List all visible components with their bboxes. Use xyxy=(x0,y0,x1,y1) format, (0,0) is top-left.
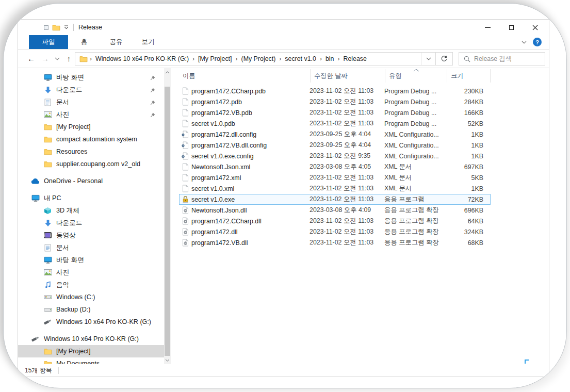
file-row[interactable]: secret v1.0.exe.config2023-11-02 오전 9:35… xyxy=(179,151,491,161)
sidebar-scrollbar[interactable] xyxy=(164,68,171,364)
search-input[interactable] xyxy=(474,55,545,62)
lock-icon xyxy=(179,195,191,203)
file-row[interactable]: program1472.VB.pdb2023-11-02 오전 11:03Pro… xyxy=(179,107,491,118)
download-icon xyxy=(43,86,53,94)
file-date: 2023-03-08 오후 4:09 xyxy=(310,206,384,215)
column-header[interactable]: 수정한 날짜 xyxy=(311,69,385,83)
sidebar-item[interactable]: 사진 xyxy=(18,266,164,279)
recent-locations-icon[interactable] xyxy=(52,57,62,60)
file-row[interactable]: program1472.CCharp.dll2023-11-02 오전 11:0… xyxy=(179,216,491,226)
minimize-button[interactable] xyxy=(476,20,499,35)
help-button[interactable]: ? xyxy=(533,38,542,46)
maximize-icon xyxy=(509,25,514,30)
sidebar-item[interactable]: supplier.coupang.com v2_old xyxy=(18,158,164,170)
file-date: 2023-11-02 오전 11:03 xyxy=(310,184,384,193)
file-row[interactable]: program1472.dll2023-11-02 오전 11:03응용 프로그… xyxy=(179,226,491,237)
file-row[interactable]: program1472.xml2023-11-02 오전 11:03XML 문서… xyxy=(179,172,491,183)
sidebar-item[interactable]: Windows 10 x64 Pro KO-KR (G:) xyxy=(18,316,164,328)
music-icon xyxy=(43,281,53,288)
column-header[interactable]: 유형 xyxy=(385,69,447,83)
scrollbar-thumb[interactable] xyxy=(165,87,170,356)
file-row[interactable]: Newtonsoft.Json.xml2023-03-08 오후 4:05XML… xyxy=(179,161,491,172)
address-dropdown-icon[interactable] xyxy=(421,53,435,65)
sort-ascending-icon xyxy=(413,69,419,72)
file-row[interactable]: program1472.CCharp.pdb2023-11-02 오전 11:0… xyxy=(179,86,491,96)
search-box[interactable] xyxy=(459,52,545,66)
up-button[interactable]: ↑ xyxy=(62,54,76,63)
file-row[interactable]: program1472.VB.dll2023-11-02 오전 11:03응용 … xyxy=(179,237,491,248)
cloud-icon xyxy=(30,178,40,184)
sidebar-item[interactable]: 3D 개체 xyxy=(18,204,164,217)
file-name: program1472.dll xyxy=(191,228,310,236)
scroll-up-icon[interactable] xyxy=(164,69,171,76)
sidebar-item[interactable]: 음악 xyxy=(18,279,164,291)
config-icon xyxy=(179,130,191,138)
quick-access-dropdown-icon[interactable] xyxy=(64,25,69,29)
sidebar-item[interactable]: OneDrive - Personal xyxy=(18,175,164,187)
item-count: 15개 항목 xyxy=(25,366,52,375)
forward-button[interactable]: → xyxy=(38,54,52,63)
maximize-button[interactable] xyxy=(499,20,523,35)
file-row[interactable]: program1472.VB.dll.config2023-09-25 오후 4… xyxy=(179,140,491,151)
usb-icon xyxy=(43,319,53,325)
sidebar-item[interactable]: Resources xyxy=(18,145,164,158)
explorer-window: Release 파일 홈 공유 보기 ? ← → ↑ xyxy=(18,19,549,377)
sidebar-item[interactable]: compact automation system xyxy=(18,133,164,145)
sidebar-item-label: 다운로드 xyxy=(56,219,82,227)
file-row[interactable]: program1472.pdb2023-11-02 오전 11:03Progra… xyxy=(179,96,491,107)
breadcrumb-item[interactable]: Windows 10 x64 Pro KO-KR (G:) xyxy=(94,55,190,62)
sidebar-item[interactable]: 바탕 화면 xyxy=(18,254,164,266)
breadcrumb-item[interactable]: (My Project) xyxy=(240,55,278,62)
breadcrumb-item[interactable]: Release xyxy=(341,55,368,62)
file-type: XML Configuratio... xyxy=(384,131,446,138)
sidebar-item[interactable]: [My Project] xyxy=(18,345,164,357)
file-row[interactable]: secret v1.0.xml2023-11-02 오전 11:03XML 문서… xyxy=(179,183,491,194)
sidebar-item-label: 동영상 xyxy=(56,231,76,240)
sidebar-item[interactable]: 동영상 xyxy=(18,229,164,241)
tab-view[interactable]: 보기 xyxy=(132,35,164,49)
breadcrumb-item[interactable]: bin xyxy=(324,55,336,62)
sidebar-item-label: OneDrive - Personal xyxy=(44,177,103,185)
pin-icon xyxy=(148,75,158,80)
sidebar-item[interactable]: Windows (C:) xyxy=(18,291,164,303)
file-size: 1KB xyxy=(446,142,490,149)
tab-file[interactable]: 파일 xyxy=(29,35,68,49)
breadcrumb-item[interactable]: [My Project] xyxy=(197,55,233,62)
file-type: Program Debug ... xyxy=(384,99,446,106)
sidebar-item[interactable]: 문서 xyxy=(18,96,164,108)
refresh-button[interactable] xyxy=(435,52,453,66)
tab-share[interactable]: 공유 xyxy=(100,35,132,49)
sidebar-item[interactable]: 다운로드 xyxy=(18,84,164,96)
video-icon xyxy=(43,232,53,238)
address-box[interactable]: ›Windows 10 x64 Pro KO-KR (G:)›[My Proje… xyxy=(75,52,436,66)
scroll-down-icon[interactable] xyxy=(164,356,171,364)
sidebar-item[interactable]: 문서 xyxy=(18,241,164,254)
file-row[interactable]: secret v1.0.exe2023-11-02 오전 11:03응용 프로그… xyxy=(179,194,491,205)
sidebar-item[interactable]: Windows 10 x64 Pro KO-KR (G:) xyxy=(18,333,164,345)
file-row[interactable]: Newtonsoft.Json.dll2023-03-08 오후 4:09응용 … xyxy=(179,205,491,216)
sidebar-item-label: 사진 xyxy=(56,110,69,119)
file-icon xyxy=(179,174,191,182)
sidebar-item[interactable]: 바탕 화면 xyxy=(18,71,164,84)
sidebar-item[interactable]: 사진 xyxy=(18,108,164,121)
column-header[interactable]: 크기 xyxy=(447,69,491,83)
sidebar-item[interactable]: [My Project] xyxy=(18,121,164,133)
file-row[interactable]: secret v1.0.pdb2023-11-02 오전 11:03Progra… xyxy=(179,118,491,129)
sidebar-item[interactable]: My Documents xyxy=(18,357,164,364)
sidebar-item[interactable]: 다운로드 xyxy=(18,217,164,229)
file-size: 166KB xyxy=(446,109,490,117)
column-header[interactable]: 이름 xyxy=(179,69,311,83)
tab-home[interactable]: 홈 xyxy=(68,35,100,49)
sidebar-item[interactable]: Backup (D:) xyxy=(18,303,164,316)
sidebar-item[interactable]: 내 PC xyxy=(18,192,164,204)
back-button[interactable]: ← xyxy=(24,54,38,63)
file-type: XML 문서 xyxy=(384,162,446,171)
sidebar-item-label: supplier.coupang.com v2_old xyxy=(56,160,140,168)
ribbon-collapse-icon[interactable] xyxy=(522,41,527,44)
sidebar-item-label: 문서 xyxy=(56,98,69,107)
breadcrumb-item[interactable]: secret v1.0 xyxy=(283,55,318,62)
file-row[interactable]: program1472.dll.config2023-09-25 오후 4:04… xyxy=(179,129,491,140)
desktop-icon xyxy=(43,256,53,264)
folder-icon xyxy=(79,55,88,62)
close-button[interactable] xyxy=(523,20,547,35)
